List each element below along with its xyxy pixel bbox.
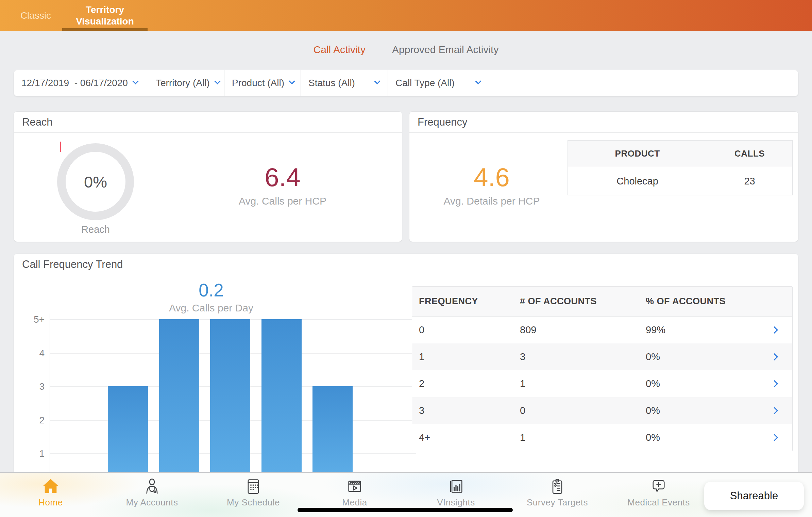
chevron-right-icon[interactable]	[771, 380, 778, 387]
accounts-cell: 809	[520, 324, 646, 336]
accounts-icon	[143, 478, 161, 495]
shareable-button[interactable]: Shareable	[704, 482, 804, 510]
nav-label: Media	[342, 497, 367, 508]
avg-calls-per-hcp-label: Avg. Calls per HCP	[215, 195, 351, 207]
avg-details-per-hcp-metric: 4.6 Avg. Details per HCP	[424, 163, 560, 207]
nav-item-home[interactable]: Home	[0, 473, 101, 511]
table-row[interactable]: 4+ 1 0%	[412, 424, 792, 451]
reach-donut-tick	[60, 142, 61, 152]
reach-donut-label: Reach	[58, 224, 133, 235]
percent-cell: 0%	[646, 405, 772, 416]
tab-territory-label: Territory Visualization	[62, 4, 148, 27]
table-row[interactable]: 2 1 0%	[412, 370, 792, 397]
y-axis-tick-label: 2	[26, 415, 45, 425]
accounts-cell: 1	[520, 378, 646, 389]
product-cell: Cholecap	[568, 167, 707, 195]
table-row[interactable]: 0 809 99%	[412, 317, 792, 343]
y-axis-tick-label: 5+	[26, 314, 45, 325]
schedule-icon	[244, 478, 262, 495]
nav-item-medical-events[interactable]: Medical Events	[608, 473, 709, 511]
date-range-filter[interactable]: 12/17/2019 - 06/17/2020	[14, 70, 148, 96]
tab-call-activity[interactable]: Call Activity	[314, 44, 366, 55]
reach-card-title: Reach	[14, 112, 402, 133]
avg-details-per-hcp-label: Avg. Details per HCP	[424, 195, 560, 207]
nav-item-my-accounts[interactable]: My Accounts	[101, 473, 203, 511]
tab-territory-visualization[interactable]: Territory Visualization	[62, 0, 148, 31]
call-frequency-chart: 5+4321	[50, 313, 416, 473]
calls-cell: 23	[707, 167, 792, 195]
filter-bar: 12/17/2019 - 06/17/2020 Territory (All) …	[14, 70, 798, 96]
frequency-card-title: Frequency	[409, 112, 798, 133]
territory-filter[interactable]: Territory (All)	[148, 70, 224, 96]
tab-approved-email-activity[interactable]: Approved Email Activity	[392, 44, 498, 55]
active-tab-underline	[62, 28, 148, 31]
chevron-right-icon[interactable]	[771, 407, 778, 414]
call-type-filter-value: Call Type (All)	[395, 78, 455, 88]
chevron-right-icon[interactable]	[771, 353, 778, 360]
chart-bar[interactable]	[108, 386, 148, 473]
territory-filter-value: Territory (All)	[156, 78, 210, 88]
avg-details-per-hcp-value: 4.6	[424, 163, 560, 191]
nav-label: My Accounts	[126, 497, 178, 508]
chart-bar[interactable]	[210, 319, 250, 473]
home-indicator-bar[interactable]	[298, 508, 513, 512]
nav-label: Home	[38, 497, 63, 508]
accounts-cell: 3	[520, 351, 646, 362]
top-app-bar: Classic Territory Visualization	[0, 0, 812, 31]
y-axis-tick-label: 3	[26, 382, 45, 392]
nav-item-my-schedule[interactable]: My Schedule	[203, 473, 304, 511]
frequency-cell: 1	[419, 351, 520, 362]
media-icon	[346, 478, 363, 495]
home-icon	[42, 478, 60, 495]
chevron-down-icon	[214, 78, 220, 84]
product-filter[interactable]: Product (All)	[224, 70, 301, 96]
status-filter[interactable]: Status (All)	[301, 70, 388, 96]
nav-label: VInsights	[437, 497, 475, 508]
territory-visualization-screen: Classic Territory Visualization Call Act…	[0, 0, 812, 517]
product-table-header: PRODUCT CALLS	[568, 141, 792, 167]
tab-classic[interactable]: Classic	[10, 0, 61, 31]
medical-events-icon	[650, 478, 667, 495]
nav-item-survey-targets[interactable]: Survey Targets	[507, 473, 608, 511]
table-row[interactable]: 3 0 0%	[412, 397, 792, 424]
avg-calls-per-hcp-metric: 6.4 Avg. Calls per HCP	[215, 163, 351, 207]
percent-cell: 0%	[646, 351, 772, 362]
frequency-card: Frequency 4.6 Avg. Details per HCP PRODU…	[409, 111, 798, 242]
vinsights-icon	[447, 478, 465, 495]
product-column-header: PRODUCT	[568, 141, 707, 167]
y-axis-tick-label: 1	[26, 449, 45, 459]
chevron-down-icon	[132, 78, 138, 84]
call-type-filter[interactable]: Call Type (All)	[388, 70, 489, 96]
reach-donut-value: 0%	[84, 173, 107, 191]
frequency-table-header: FREQUENCY # OF ACCOUNTS % OF ACCOUNTS	[412, 287, 792, 317]
nav-item-media[interactable]: Media	[304, 473, 405, 511]
avg-calls-per-day-value: 0.2	[143, 280, 279, 300]
chevron-down-icon	[289, 78, 295, 84]
chevron-right-icon[interactable]	[771, 326, 778, 334]
nav-items: Home My Accounts	[0, 473, 709, 511]
chevron-down-icon	[374, 78, 380, 84]
reach-donut-chart: 0%	[57, 143, 134, 220]
chart-bar[interactable]	[312, 386, 353, 473]
percent-cell: 0%	[646, 432, 772, 443]
accounts-cell: 1	[520, 432, 646, 443]
chevron-down-icon	[475, 78, 481, 84]
chart-bar[interactable]	[261, 319, 302, 473]
survey-targets-icon	[548, 478, 566, 495]
chevron-right-icon[interactable]	[771, 434, 778, 441]
chart-bar[interactable]	[159, 319, 199, 473]
product-calls-table: PRODUCT CALLS Cholecap 23	[568, 140, 793, 195]
nav-label: My Schedule	[227, 497, 280, 508]
nav-label: Survey Targets	[527, 497, 588, 508]
table-row: Cholecap 23	[568, 167, 792, 195]
date-range-value: 12/17/2019 - 06/17/2020	[21, 78, 128, 88]
table-row[interactable]: 1 3 0%	[412, 343, 792, 370]
bottom-nav-bar: Home My Accounts	[0, 472, 812, 517]
y-axis-tick-label: 4	[26, 348, 45, 358]
nav-label: Medical Events	[627, 497, 690, 508]
product-filter-value: Product (All)	[232, 78, 284, 88]
trend-card-title: Call Frequency Trend	[14, 254, 798, 275]
percent-column-header: % OF ACCOUNTS	[646, 296, 772, 307]
nav-item-vinsights[interactable]: VInsights	[405, 473, 507, 511]
status-filter-value: Status (All)	[308, 78, 355, 88]
